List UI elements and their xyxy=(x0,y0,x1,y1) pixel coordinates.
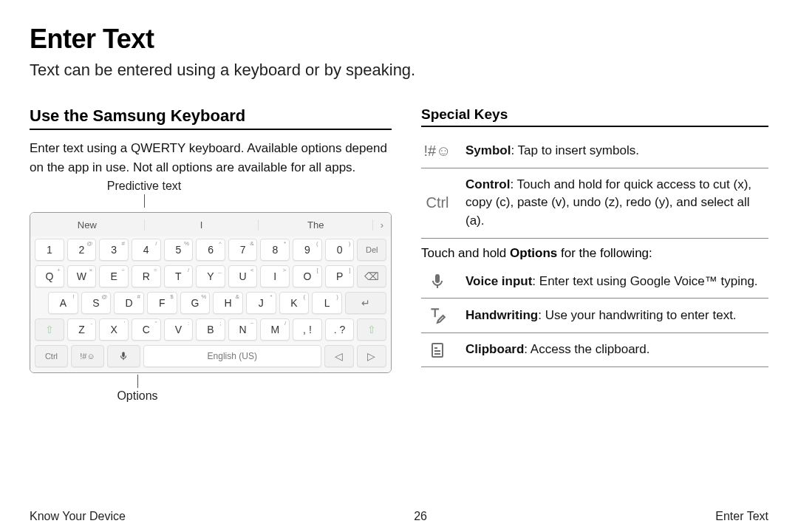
control-row: Ctrl Control: Touch and hold for quick a… xyxy=(421,168,768,239)
key: V: xyxy=(164,318,194,341)
predictive-text-callout: Predictive text xyxy=(100,180,188,193)
left-heading: Use the Samsung Keyboard xyxy=(30,106,392,130)
key: R= xyxy=(132,265,161,287)
options-intro: Touch and hold Options for the following… xyxy=(421,239,768,265)
callout-line xyxy=(144,194,145,208)
key: 4/ xyxy=(132,239,161,261)
enter-key: ↵ xyxy=(345,292,386,314)
prediction-item: The xyxy=(259,219,373,231)
symbol-row: !#☺ Symbol: Tap to insert symbols. xyxy=(421,134,768,168)
key: U< xyxy=(228,265,258,287)
key: E÷ xyxy=(99,265,129,287)
page-subtitle: Text can be entered using a keyboard or … xyxy=(30,61,768,80)
key: G% xyxy=(180,292,211,314)
options-callout: Options xyxy=(108,389,167,403)
page-title: Enter Text xyxy=(30,24,768,55)
key: F$ xyxy=(147,292,177,314)
key: P] xyxy=(325,265,355,287)
mic-icon xyxy=(421,273,454,290)
handwriting-text: Handwriting: Use your handwriting to ent… xyxy=(466,307,737,325)
key: 9( xyxy=(293,239,322,261)
voice-input-row: Voice input: Enter text using Google Voi… xyxy=(421,265,768,299)
key: 2@ xyxy=(67,239,97,261)
prediction-more: › xyxy=(373,219,391,231)
ctrl-icon: Ctrl xyxy=(421,194,454,211)
ctrl-key: Ctrl xyxy=(35,345,68,367)
key: 1 xyxy=(35,239,64,261)
key: H& xyxy=(213,292,243,314)
key: Q+ xyxy=(35,265,64,287)
shift-key: ⇧ xyxy=(35,318,64,341)
right-column: Special Keys !#☺ Symbol: Tap to insert s… xyxy=(421,106,768,373)
key: . ? xyxy=(325,318,355,341)
key: J* xyxy=(246,292,276,314)
left-arrow-key: ◁ xyxy=(324,345,354,367)
key: , ! xyxy=(293,318,322,341)
key: B; xyxy=(196,318,225,341)
key: 5% xyxy=(164,239,194,261)
footer-left: Know Your Device xyxy=(30,510,126,523)
key: X' xyxy=(99,318,129,341)
key: N~ xyxy=(228,318,258,341)
key: K( xyxy=(279,292,310,314)
key: 0) xyxy=(325,239,355,261)
key: 6^ xyxy=(196,239,225,261)
footer-page-number: 26 xyxy=(414,510,427,523)
key: 7& xyxy=(228,239,258,261)
prediction-item: New xyxy=(30,219,145,231)
key: T/ xyxy=(164,265,194,287)
space-key: English (US) xyxy=(143,345,321,367)
key: I> xyxy=(260,265,290,287)
keyboard-bottom-row: Ctrl !#☺ English (US) ◁ ▷ xyxy=(30,343,391,369)
clipboard-row: Clipboard: Access the clipboard. xyxy=(421,333,768,367)
key: Z- xyxy=(67,318,97,341)
page-footer: Know Your Device 26 Enter Text xyxy=(30,510,768,523)
key: A! xyxy=(48,292,78,314)
handwriting-row: Handwriting: Use your handwriting to ent… xyxy=(421,299,768,333)
keyboard-illustration: New I The › 12@3#4/5%6^7&8*9(0)Del Q+W×E… xyxy=(30,212,392,373)
key: D# xyxy=(114,292,144,314)
key: Y_ xyxy=(196,265,225,287)
key: L) xyxy=(312,292,342,314)
key: O[ xyxy=(293,265,322,287)
handwriting-icon xyxy=(421,306,454,325)
del-key: Del xyxy=(357,239,386,261)
symbol-text: Symbol: Tap to insert symbols. xyxy=(466,142,639,160)
control-text: Control: Touch and hold for quick access… xyxy=(466,176,768,231)
mic-key xyxy=(107,345,140,367)
backspace-key: ⌫ xyxy=(357,265,386,287)
voice-input-text: Voice input: Enter text using Google Voi… xyxy=(466,273,758,291)
key: 3# xyxy=(99,239,129,261)
key: S@ xyxy=(81,292,112,314)
callout-line xyxy=(137,375,138,388)
key: W× xyxy=(67,265,97,287)
prediction-item: I xyxy=(145,219,259,231)
left-body: Enter text using a QWERTY keyboard. Avai… xyxy=(30,139,392,177)
key: 8* xyxy=(260,239,290,261)
footer-right: Enter Text xyxy=(715,510,768,523)
prediction-row: New I The › xyxy=(30,213,391,236)
clipboard-icon xyxy=(421,341,454,359)
shift-key: ⇧ xyxy=(357,318,386,341)
special-keys-heading: Special Keys xyxy=(421,106,768,127)
key: M/ xyxy=(260,318,290,341)
symbol-key: !#☺ xyxy=(71,345,104,367)
key: C" xyxy=(132,318,161,341)
clipboard-text: Clipboard: Access the clipboard. xyxy=(466,341,649,359)
symbol-icon: !#☺ xyxy=(421,143,454,160)
right-arrow-key: ▷ xyxy=(357,345,386,367)
left-column: Use the Samsung Keyboard Enter text usin… xyxy=(30,106,392,373)
